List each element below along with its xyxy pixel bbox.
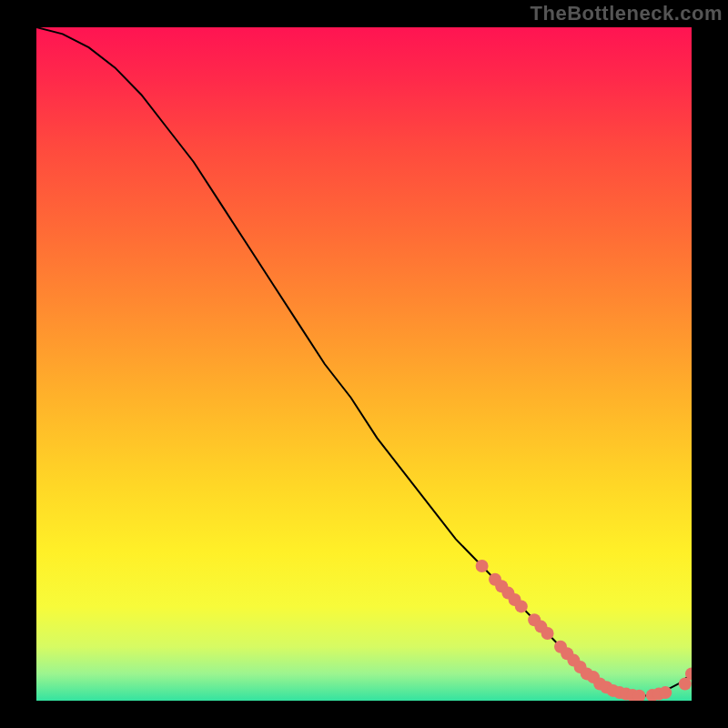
highlight-point (659, 686, 672, 699)
chart-frame: TheBottleneck.com (0, 0, 728, 728)
watermark-text: TheBottleneck.com (531, 2, 723, 25)
highlight-point (515, 600, 528, 612)
chart-svg (36, 27, 692, 701)
highlight-point (476, 560, 489, 572)
plot-background (36, 27, 692, 701)
highlight-point (541, 627, 554, 640)
